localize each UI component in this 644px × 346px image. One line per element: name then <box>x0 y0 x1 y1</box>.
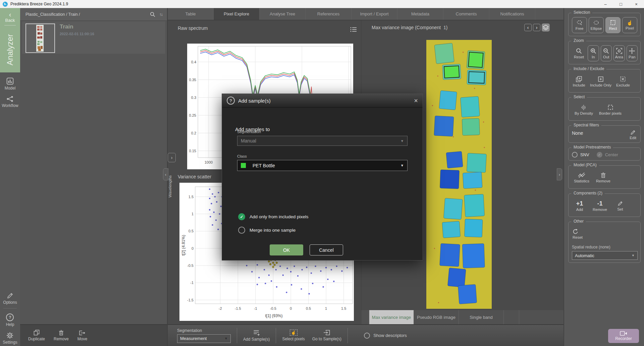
add-samples-button[interactable]: Add Sample(s) <box>243 330 270 342</box>
pixel-select-button[interactable]: ☝ Pixel <box>622 17 637 33</box>
dashed-rect-icon <box>610 20 616 25</box>
remove-button[interactable]: Remove <box>54 330 69 341</box>
button-label: Border pixels <box>599 111 622 115</box>
svg-text:0: 0 <box>290 306 292 310</box>
model-pca-group: Model (PCA) Statistics Remove <box>568 165 641 189</box>
breadcrumb[interactable]: Plastic_Classification / Train / <box>25 12 80 17</box>
sidebar-item-help[interactable]: ? Help <box>6 313 14 327</box>
move-button[interactable]: Move <box>77 330 87 341</box>
sort-icon[interactable]: ↑↓ <box>159 12 162 17</box>
dialog-title: Add sample(s) <box>238 98 271 104</box>
radio-icon[interactable] <box>238 227 245 234</box>
close-icon[interactable]: × <box>414 97 418 104</box>
duplicate-button[interactable]: Duplicate <box>28 330 45 341</box>
tab-references[interactable]: References <box>306 8 352 20</box>
goto-samples-button[interactable]: Go to Sample(s) <box>312 330 341 341</box>
checked-checkbox-icon[interactable]: ✓ <box>238 213 245 220</box>
by-density-button[interactable]: By Density <box>574 102 594 118</box>
set-components-button[interactable]: Set <box>613 198 627 214</box>
rect-select-button[interactable]: Rect <box>605 17 621 33</box>
image-tab-max-variance-image[interactable]: Max variance image <box>369 310 414 324</box>
button-label: Pan <box>629 55 635 59</box>
svg-text:0.4: 0.4 <box>191 60 196 64</box>
sidebar-item-options[interactable]: Options <box>3 292 17 305</box>
prev-component-button[interactable]: ‹ <box>524 24 532 31</box>
svg-text:0.25: 0.25 <box>189 113 196 117</box>
close-button[interactable]: × <box>629 0 644 8</box>
checkbox-label: Add only from included pixels <box>250 214 309 219</box>
max-variance-image[interactable] <box>426 40 492 309</box>
zoom-out-button[interactable]: Out <box>601 45 612 61</box>
button-label: By Density <box>575 111 593 115</box>
tab-pixel-explore[interactable]: Pixel Explore <box>214 8 260 20</box>
remove-model-button[interactable]: Remove <box>595 170 611 186</box>
center-checkbox[interactable]: ✓ <box>597 152 602 158</box>
search-icon[interactable] <box>150 11 155 17</box>
wavelengths-tab[interactable]: Wavelengths <box>168 164 172 197</box>
statistics-button[interactable]: Statistics <box>573 170 590 186</box>
recorder-button[interactable]: Recorder <box>608 329 639 343</box>
edit-spectral-filters-button[interactable]: Edit <box>630 130 636 140</box>
tab-analyse-tree[interactable]: Analyse Tree <box>260 8 306 20</box>
add-component-button[interactable]: +1 Add <box>573 198 587 214</box>
spatial-reduce-dropdown[interactable]: Automatic ▼ <box>572 251 638 260</box>
tab-notifications[interactable]: Notifications <box>489 8 535 20</box>
dialog-header[interactable]: ? Add sample(s) × <box>222 94 423 108</box>
zoom-out-icon <box>603 48 609 54</box>
merge-radio-row[interactable]: Merge into one sample <box>238 227 296 234</box>
sidebar-item-model[interactable]: Model <box>5 77 16 91</box>
chevron-down-icon: ▼ <box>400 139 404 143</box>
segmentation-dropdown[interactable]: Measurement ▼ <box>177 334 231 343</box>
exclude-button[interactable]: Exclude <box>615 73 631 90</box>
zoom-area-button[interactable]: Area <box>613 45 625 61</box>
divider <box>276 328 276 343</box>
zoom-in-button[interactable]: In <box>588 45 599 61</box>
collapse-left-panel-handle[interactable]: ‹ <box>163 168 168 180</box>
minimize-button[interactable]: – <box>598 0 613 8</box>
zoom-reset-button[interactable]: Reset <box>572 45 586 61</box>
free-select-button[interactable]: Free <box>572 17 587 33</box>
ok-button[interactable]: OK <box>270 244 303 255</box>
include-only-button[interactable]: Include Only <box>589 73 612 90</box>
snv-radio[interactable] <box>572 152 578 158</box>
next-component-button[interactable]: › <box>533 24 540 31</box>
tab-comments[interactable]: Comments <box>443 8 489 20</box>
svg-text:1.5: 1.5 <box>189 195 194 199</box>
sidebar-item-settings[interactable]: Settings <box>3 332 17 345</box>
radio-label: Merge into one sample <box>250 228 296 233</box>
layers-button[interactable] <box>542 23 550 32</box>
chart-menu-icon[interactable] <box>350 27 357 32</box>
image-tab-pseudo-rgb-image[interactable]: Pseudo RGB image <box>414 310 459 324</box>
tab-import-export[interactable]: Import / Export <box>352 8 397 20</box>
select-pixels-button[interactable]: ☝ Select pixels <box>282 330 305 341</box>
zoom-pan-button[interactable]: Pan <box>627 45 638 61</box>
remove-component-button[interactable]: -1 Remove <box>592 198 608 214</box>
included-pixels-checkbox-row[interactable]: ✓ Add only from included pixels <box>238 213 309 220</box>
collapse-right-panel-handle[interactable]: › <box>557 168 562 180</box>
add-samples-dialog: ? Add sample(s) × Add samples to Segment… <box>222 94 423 261</box>
window-controls: – □ × <box>598 0 644 8</box>
image-tab-single-band[interactable]: Single band <box>459 310 504 324</box>
reset-other-button[interactable]: Reset <box>572 226 638 242</box>
maximize-button[interactable]: □ <box>613 0 629 8</box>
dialog-class-dropdown[interactable]: PET Bottle ▼ <box>237 160 408 171</box>
tab-table[interactable]: Table <box>168 8 214 20</box>
toggle-label: Show descriptors <box>373 333 407 338</box>
analyzer-mode-label: Analyzer <box>5 27 15 72</box>
analyzer-section[interactable]: ‹ Back Analyzer <box>0 8 20 72</box>
button-label: Out <box>603 55 609 59</box>
wavelengths-expand-button[interactable]: › <box>168 153 176 162</box>
back-button[interactable]: Back <box>5 18 15 23</box>
ellipse-select-button[interactable]: Ellipse <box>589 17 604 33</box>
border-pixels-button[interactable]: Border pixels <box>598 102 622 118</box>
sidebar-item-label: Help <box>6 322 14 327</box>
sample-card-train[interactable]: Train 2022-02-01 11:00:16 <box>22 21 165 54</box>
help-icon[interactable]: ? <box>227 97 235 105</box>
include-button[interactable]: Include <box>572 73 586 90</box>
cancel-button[interactable]: Cancel <box>310 244 343 255</box>
button-label: Reset <box>573 235 583 239</box>
tab-metadata[interactable]: Metadata <box>397 8 443 20</box>
sidebar-item-workflow[interactable]: Workflow <box>2 96 18 108</box>
show-descriptors-toggle[interactable]: Show descriptors <box>364 333 407 339</box>
dialog-segmentation-dropdown[interactable]: Manual ▼ <box>237 136 408 146</box>
